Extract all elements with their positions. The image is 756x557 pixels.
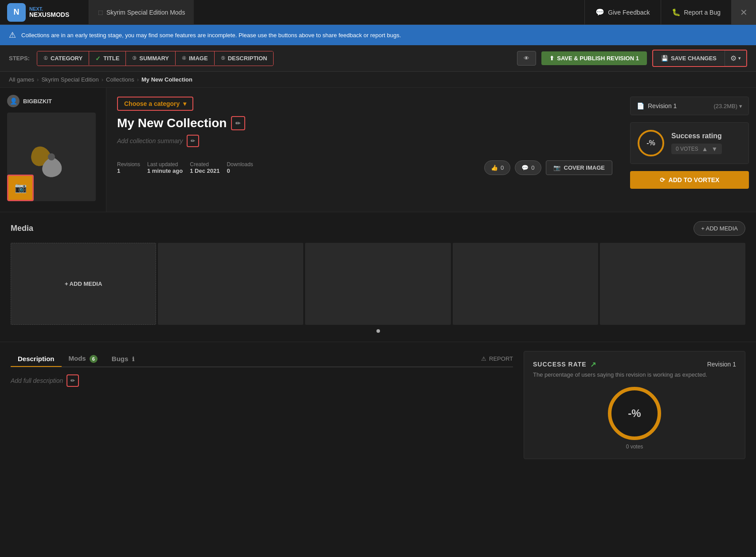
publish-button[interactable]: ⬆ SAVE & PUBLISH REVISION 1 bbox=[541, 51, 647, 65]
report-button[interactable]: ⚠ REPORT bbox=[481, 355, 513, 362]
external-link-icon: ⬚ bbox=[98, 9, 103, 16]
eye-icon: 👁 bbox=[524, 55, 529, 62]
warning-icon: ⚠ bbox=[9, 30, 16, 40]
collection-title: My New Collection bbox=[117, 116, 227, 130]
mods-badge: 6 bbox=[90, 355, 98, 363]
media-title: Media bbox=[11, 224, 33, 233]
sr-title-text: SUCCESS RATE bbox=[533, 361, 587, 368]
media-header: Media + ADD MEDIA bbox=[11, 221, 745, 236]
vortex-icon: ⟳ bbox=[660, 176, 665, 183]
info-banner: ⚠ Collections are in an early testing st… bbox=[0, 25, 756, 45]
steps-group: ① CATEGORY ✓ TITLE ③ SUMMARY ④ IMAGE ⑤ D… bbox=[37, 51, 274, 66]
media-cell-5 bbox=[600, 243, 745, 325]
sidebar: 👤 BIGBIZKIT bbox=[0, 88, 106, 212]
step-title[interactable]: ✓ TITLE bbox=[89, 51, 126, 66]
collection-image-area: 📷 bbox=[7, 113, 96, 201]
breadcrumb-collections[interactable]: Collections bbox=[106, 76, 134, 83]
tab-mods[interactable]: Mods 6 bbox=[62, 351, 105, 367]
sidebar-avatar: 👤 bbox=[7, 95, 20, 107]
sidebar-user: 👤 BIGBIZKIT bbox=[7, 95, 99, 107]
add-media-cell[interactable]: + ADD MEDIA bbox=[11, 243, 156, 325]
upload-image-button[interactable]: 📷 bbox=[7, 175, 34, 201]
bug-icon: 🐛 bbox=[672, 8, 681, 16]
action-buttons: 👍 0 💬 0 📷 COVER IMAGE bbox=[484, 160, 612, 175]
logo-area[interactable]: N NEXT. NEXUSMODS bbox=[0, 3, 89, 22]
comment-button[interactable]: 💬 0 bbox=[515, 160, 541, 175]
settings-button[interactable]: ⚙ ▾ bbox=[725, 51, 746, 66]
votes-row: 0 VOTES ▲ ▼ bbox=[671, 144, 722, 154]
save-changes-button[interactable]: 💾 SAVE CHANGES bbox=[653, 51, 725, 65]
cover-image-button[interactable]: 📷 COVER IMAGE bbox=[546, 160, 612, 175]
user-avatar[interactable]: ✕ bbox=[731, 0, 756, 25]
edit-title-button[interactable]: ✏ bbox=[231, 116, 245, 130]
breadcrumb: All games › Skyrim Special Edition › Col… bbox=[0, 72, 756, 88]
revision-label: 📄 Revision 1 bbox=[637, 102, 677, 109]
upload-icon: ⬆ bbox=[549, 55, 554, 62]
report-icon: ⚠ bbox=[481, 355, 486, 362]
sr-header: SUCCESS RATE ↗ Revision 1 bbox=[533, 360, 736, 369]
vote-up-button[interactable]: ▲ bbox=[702, 145, 708, 152]
step-summary[interactable]: ③ SUMMARY bbox=[126, 51, 176, 65]
game-tab[interactable]: ⬚ Skyrim Special Edition Mods bbox=[89, 0, 194, 25]
edit-summary-button[interactable]: ✏ bbox=[187, 135, 199, 147]
success-rating-box: -% Success rating 0 VOTES ▲ ▼ bbox=[630, 122, 749, 164]
avatar-icon: ✕ bbox=[740, 7, 748, 18]
add-description-text: Add full description bbox=[11, 377, 63, 384]
media-dot-1[interactable] bbox=[376, 329, 380, 333]
visibility-toggle-button[interactable]: 👁 bbox=[517, 51, 536, 66]
vote-down-button[interactable]: ▼ bbox=[712, 145, 718, 152]
breadcrumb-current: My New Collection bbox=[141, 76, 192, 83]
rating-gauge: -% bbox=[638, 130, 664, 156]
gear-icon: ⚙ bbox=[730, 54, 736, 62]
sr-gauge-area: -% 0 votes bbox=[533, 387, 736, 450]
category-dropdown[interactable]: Choose a category ▾ bbox=[117, 97, 193, 111]
give-feedback-button[interactable]: 💬 Give Feedback bbox=[584, 0, 660, 25]
add-description-row: Add full description ✏ bbox=[11, 374, 513, 387]
tab-description[interactable]: Description bbox=[11, 351, 62, 367]
report-bug-button[interactable]: 🐛 Report a Bug bbox=[661, 0, 732, 25]
steps-label: STEPS: bbox=[9, 55, 30, 62]
sr-revision: Revision 1 bbox=[707, 361, 736, 368]
tab-bugs[interactable]: Bugs ℹ bbox=[105, 351, 141, 367]
media-cell-2 bbox=[158, 243, 303, 325]
like-button[interactable]: 👍 0 bbox=[484, 160, 510, 175]
rating-title: Success rating bbox=[671, 132, 741, 140]
breadcrumb-all-games[interactable]: All games bbox=[9, 76, 34, 83]
collection-title-row: My New Collection ✏ bbox=[117, 116, 612, 130]
chevron-down-icon: ▾ bbox=[738, 55, 741, 61]
logo-icon: N bbox=[7, 3, 26, 22]
media-section: Media + ADD MEDIA + ADD MEDIA bbox=[0, 212, 756, 342]
sidebar-username: BIGBIZKIT bbox=[23, 98, 52, 105]
top-navigation: N NEXT. NEXUSMODS ⬚ Skyrim Special Editi… bbox=[0, 0, 756, 25]
add-media-header-button[interactable]: + ADD MEDIA bbox=[693, 221, 745, 236]
stat-revisions: Revisions 1 bbox=[117, 161, 140, 174]
camera-icon: 📷 bbox=[553, 164, 560, 171]
media-pagination bbox=[11, 329, 745, 333]
collection-detail: Choose a category ▾ My New Collection ✏ … bbox=[106, 88, 623, 212]
step-category[interactable]: ① CATEGORY bbox=[37, 51, 89, 65]
step-image[interactable]: ④ IMAGE bbox=[176, 51, 215, 65]
right-panel: 📄 Revision 1 (23.2MB) ▾ -% Success ratin… bbox=[623, 88, 756, 212]
add-to-vortex-button[interactable]: ⟳ ADD TO VORTEX bbox=[630, 171, 749, 189]
edit-description-button[interactable]: ✏ bbox=[67, 374, 79, 387]
file-icon: 📄 bbox=[637, 102, 644, 109]
main-content: 👤 BIGBIZKIT bbox=[0, 88, 756, 212]
feedback-icon: 💬 bbox=[595, 8, 604, 16]
sr-votes-label: 0 votes bbox=[626, 444, 643, 450]
bugs-info-icon: ℹ bbox=[132, 356, 134, 362]
sr-description: The percentage of users saying this revi… bbox=[533, 371, 736, 378]
chevron-down-icon: ▾ bbox=[739, 103, 742, 109]
comment-icon: 💬 bbox=[521, 164, 529, 171]
thumbs-up-icon: 👍 bbox=[491, 164, 498, 171]
stat-last-updated: Last updated 1 minute ago bbox=[147, 161, 183, 174]
media-cell-3 bbox=[305, 243, 450, 325]
media-grid: + ADD MEDIA bbox=[11, 243, 745, 325]
save-btn-group: 💾 SAVE CHANGES ⚙ ▾ bbox=[652, 50, 747, 67]
collection-summary-row: Add collection summary ✏ bbox=[117, 135, 612, 147]
step-description[interactable]: ⑤ DESCRIPTION bbox=[215, 51, 274, 65]
sr-gauge-large: -% bbox=[608, 387, 661, 440]
collection-summary-text: Add collection summary bbox=[117, 137, 183, 144]
media-cell-4 bbox=[453, 243, 598, 325]
sr-trend-icon: ↗ bbox=[590, 360, 596, 369]
breadcrumb-game[interactable]: Skyrim Special Edition bbox=[41, 76, 98, 83]
